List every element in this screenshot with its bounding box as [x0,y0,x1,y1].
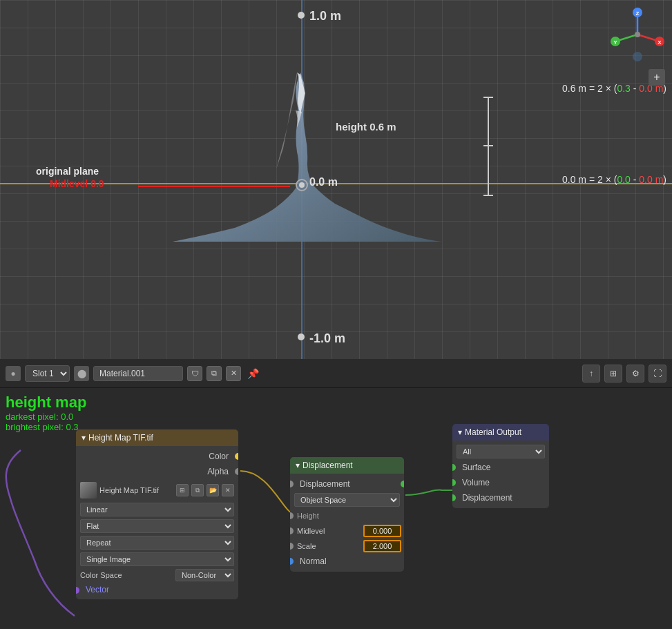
right-bottom-red: 0.0 m [639,174,663,185]
material-sphere-icon: ⬤ [74,366,89,381]
target-row: All [452,443,549,460]
up-arrow-btn[interactable]: ↑ [582,365,600,383]
midlevel-annotation: Midlevel 0.0 [50,178,104,189]
height-label: height 0.6 m [336,121,396,133]
target-dropdown[interactable]: All [457,445,545,458]
interp-dropdown[interactable]: Linear [80,503,234,516]
top-meas-label: 1.0 m [309,9,341,23]
interp-row: Linear [76,501,238,518]
node-displacement-body: Displacement Object Space Height [290,474,404,572]
disp-out-socket [401,481,404,487]
right-bottom-green: 0.0 [617,174,630,185]
node-heightmap: ▾ Height Map TIF.tif Color Alpha Height … [76,429,238,599]
alpha-label: Alpha [80,467,234,476]
node-material-output-header: ▾ Material Output [452,424,549,441]
copy-icon-btn[interactable]: ⧉ [207,366,222,381]
ext-dropdown[interactable]: Repeat [80,536,234,550]
info-brightest: brightest pixel: 0.3 [6,422,86,432]
node-heightmap-arrow: ▾ [81,433,86,443]
midlevel-row: Midlevel [290,523,404,539]
node-material-output-title: Material Output [465,427,521,437]
volume-row: Volume [452,475,549,490]
vector-label: Vector [80,585,109,594]
center-meas-label: 0.0 m [309,176,338,188]
original-plane-label: original plane [36,166,99,177]
volume-socket [452,479,456,486]
node-material-output-arrow: ▾ [458,427,462,437]
scale-field[interactable] [363,540,401,552]
svg-text:Y: Y [613,39,617,46]
alpha-socket [235,468,238,475]
top-meas-dot [298,12,305,19]
right-top-text: 0.6 m = 2 × ( [562,83,617,94]
image-remove-btn[interactable]: ✕ [222,484,234,496]
midlevel-field[interactable] [363,525,401,537]
sphere-icon: ● [6,366,21,381]
svg-point-10 [633,52,642,61]
node-displacement: ▾ Displacement Displacement Object Space [290,457,404,572]
bracket-bottom-tick [483,195,493,196]
node-heightmap-title: Height Map TIF.tif [88,433,153,443]
space-dropdown[interactable]: Object Space [294,493,400,507]
right-top-dash: - [631,83,639,94]
pin-icon-btn[interactable]: 📌 [245,366,260,381]
node-material-output: ▾ Material Output All Surface [452,424,549,508]
info-darkest: darkest pixel: 0.0 [6,412,86,422]
info-text-block: height map darkest pixel: 0.0 brightest … [6,394,86,432]
info-title: height map [6,394,86,412]
height-section-text: Height [294,512,319,520]
fullscreen-btn[interactable]: ⛶ [649,365,666,383]
right-bottom-text: 0.0 m = 2 × ( [562,174,617,185]
disp-in-row: Displacement [290,476,404,492]
space-row: Object Space [290,492,404,508]
viewport: 1.0 m -1.0 m 0.0 m height 0.6 m 0.6 m = … [0,0,672,359]
right-top-green: 0.3 [617,83,630,94]
material-name-field[interactable] [93,366,183,381]
svg-text:X: X [657,39,662,46]
source-dropdown[interactable]: Single Image [80,552,234,566]
bottom-panel: ● Slot 1 ⬤ 🛡 ⧉ ✕ 📌 ↑ ⊞ ⚙ ⛶ height map da… [0,359,672,629]
slot-dropdown[interactable]: Slot 1 [25,365,70,382]
node-editor-header: ● Slot 1 ⬤ 🛡 ⧉ ✕ 📌 ↑ ⊞ ⚙ ⛶ [0,359,672,388]
image-name: Height Map TIF.tif [99,486,173,494]
bottom-meas-dot [298,333,305,340]
disp-in-label: Displacement [294,479,350,489]
color-socket [235,453,238,460]
node-editor-area: height map darkest pixel: 0.0 brightest … [0,388,672,629]
node-material-output-body: All Surface Volume Displacement [452,441,549,508]
viewport-gizmo[interactable]: Z X Y [610,7,665,62]
midlevel-line [138,186,290,187]
svg-text:Z: Z [636,10,640,17]
close-icon-btn[interactable]: ✕ [226,366,241,381]
proj-dropdown[interactable]: Flat [80,519,234,533]
node-color-row: Color [76,449,238,464]
source-row: Single Image [76,551,238,568]
image-copy-btn[interactable]: ⧉ [191,484,204,496]
image-thumbnail [80,482,97,499]
settings-btn[interactable]: ⚙ [626,365,644,383]
scale-field-label: Scale [293,542,363,550]
disp-in-socket [290,481,294,487]
bottom-meas-label: -1.0 m [309,331,345,346]
displacement-out-row: Displacement [452,490,549,505]
colorspace-dropdown[interactable]: Non-Color [175,569,234,581]
center-crosshair-inner [299,182,305,188]
proj-row: Flat [76,518,238,534]
height-socket [290,512,294,519]
surface-socket [452,464,456,471]
svg-point-9 [635,32,640,37]
node-displacement-title: Displacement [303,461,353,470]
add-view-button[interactable]: + [649,69,665,86]
image-browse-btn[interactable]: ⊞ [176,484,189,496]
image-folder-btn[interactable]: 📂 [207,484,219,496]
normal-socket [290,558,294,565]
normal-label: Normal [294,557,327,566]
bracket-mid-tick [483,145,493,146]
mat-displacement-socket [452,494,456,501]
height-section-label: Height [290,508,404,523]
right-bottom-dash: - [631,174,639,185]
volume-label: Volume [457,478,490,487]
view-type-btn[interactable]: ⊞ [604,365,622,383]
shield-icon-btn[interactable]: 🛡 [187,366,202,381]
ext-row: Repeat [76,534,238,551]
